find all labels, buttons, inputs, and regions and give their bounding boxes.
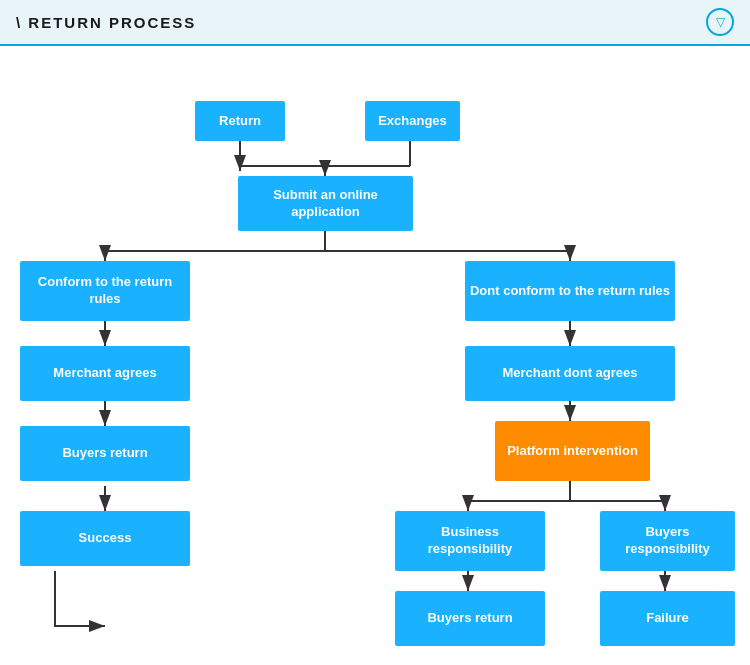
buyers-resp-box: Buyers responsibility xyxy=(600,511,735,571)
merchant-agrees-box: Merchant agrees xyxy=(20,346,190,401)
diagram-area: Return Exchanges Submit an online applic… xyxy=(0,46,750,665)
exchanges-box: Exchanges xyxy=(365,101,460,141)
success-box: Success xyxy=(20,511,190,566)
merchant-dont-box: Merchant dont agrees xyxy=(465,346,675,401)
submit-box: Submit an online application xyxy=(238,176,413,231)
buyers-return-left-box: Buyers return xyxy=(20,426,190,481)
page-header: \ RETURN PROCESS ▽ xyxy=(0,0,750,46)
dont-conform-box: Dont conform to the return rules xyxy=(465,261,675,321)
buyers-return-right-box: Buyers return xyxy=(395,591,545,646)
business-resp-box: Business responsibility xyxy=(395,511,545,571)
failure-box: Failure xyxy=(600,591,735,646)
header-title: \ RETURN PROCESS xyxy=(16,14,196,31)
platform-box: Platform intervention xyxy=(495,421,650,481)
conform-box: Conform to the return rules xyxy=(20,261,190,321)
header-icon[interactable]: ▽ xyxy=(706,8,734,36)
return-box: Return xyxy=(195,101,285,141)
